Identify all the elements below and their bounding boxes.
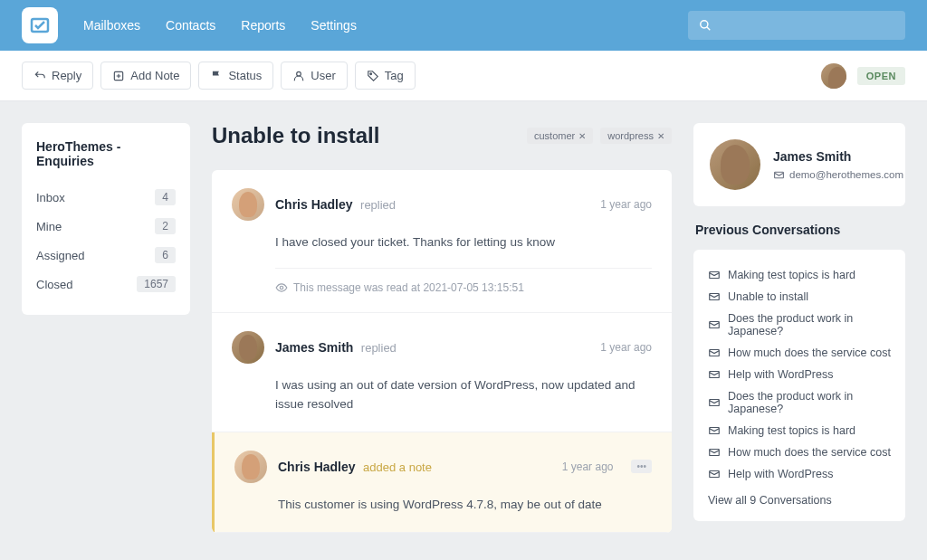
envelope-icon — [708, 346, 721, 359]
app-logo[interactable] — [22, 7, 58, 43]
count-badge: 1657 — [137, 276, 176, 292]
checkmark-envelope-icon — [29, 14, 51, 36]
message-author: Chris Hadley — [275, 197, 353, 212]
message-action: added a note — [363, 460, 432, 474]
tag-icon — [367, 70, 379, 82]
message-item: James Smith replied 1 year ago I was usi… — [212, 313, 672, 432]
user-label: User — [311, 69, 335, 82]
customer-name: James Smith — [773, 149, 903, 164]
add-note-button[interactable]: Add Note — [100, 62, 191, 90]
mailbox-card: HeroThemes - Enquiries Inbox 4 Mine 2 As… — [22, 123, 190, 315]
prev-conversation-item[interactable]: Help with WordPress — [708, 463, 891, 485]
author-avatar — [232, 331, 264, 364]
toolbar-right: OPEN — [821, 63, 905, 89]
prev-conversation-item[interactable]: Does the product work in Japanese? — [708, 385, 891, 420]
count-badge: 2 — [155, 218, 176, 234]
svg-point-3 — [297, 71, 301, 76]
sidebar-item-mine[interactable]: Mine 2 — [36, 212, 176, 241]
svg-point-4 — [370, 72, 372, 74]
message-header: James Smith replied 1 year ago — [232, 331, 652, 364]
tag-remove-icon[interactable]: ✕ — [578, 131, 586, 141]
previous-conversations-card: Making test topics is hard Unable to ins… — [693, 250, 905, 521]
sidebar-item-label: Inbox — [36, 191, 65, 204]
envelope-icon — [708, 424, 721, 437]
svg-point-1 — [701, 21, 708, 28]
user-icon — [292, 70, 305, 82]
prev-conversation-item[interactable]: Unable to install — [708, 286, 891, 308]
nav-settings[interactable]: Settings — [311, 18, 357, 33]
ticket-header: Unable to install customer ✕ wordpress ✕ — [212, 123, 672, 148]
mailbox-sidebar: HeroThemes - Enquiries Inbox 4 Mine 2 As… — [22, 123, 190, 533]
message-note-item: Chris Hadley added a note 1 year ago •••… — [212, 432, 672, 533]
view-all-conversations[interactable]: View all 9 Conversations — [708, 494, 891, 507]
reply-label: Reply — [52, 69, 81, 82]
action-toolbar: Reply Add Note Status User Tag OPEN — [0, 51, 927, 101]
read-receipt: This message was read at 2021-07-05 13:1… — [275, 268, 652, 294]
message-menu-button[interactable]: ••• — [631, 460, 652, 473]
ticket-title: Unable to install — [212, 123, 379, 148]
message-header: Chris Hadley replied 1 year ago — [232, 188, 652, 221]
message-header: Chris Hadley added a note 1 year ago ••• — [234, 451, 652, 483]
message-body: I have closed your ticket. Thanks for le… — [275, 233, 652, 252]
count-badge: 4 — [155, 189, 176, 205]
nav-mailboxes[interactable]: Mailboxes — [83, 18, 140, 33]
ticket-content: Unable to install customer ✕ wordpress ✕… — [212, 123, 672, 533]
author-avatar — [232, 188, 264, 221]
sidebar-item-label: Closed — [36, 278, 72, 291]
sidebar-item-inbox[interactable]: Inbox 4 — [36, 183, 176, 212]
svg-point-5 — [280, 287, 283, 290]
tag-wordpress[interactable]: wordpress ✕ — [600, 128, 672, 144]
main-layout: HeroThemes - Enquiries Inbox 4 Mine 2 As… — [0, 101, 927, 555]
nav-contacts[interactable]: Contacts — [166, 18, 215, 33]
author-avatar — [234, 451, 267, 483]
sidebar-item-closed[interactable]: Closed 1657 — [36, 270, 176, 299]
sidebar-item-label: Assigned — [36, 249, 84, 262]
main-nav: Mailboxes Contacts Reports Settings — [83, 18, 357, 33]
reply-icon — [33, 70, 46, 82]
message-time: 1 year ago — [600, 198, 652, 211]
customer-panel: James Smith demo@herothemes.com Previous… — [693, 123, 905, 533]
tag-button[interactable]: Tag — [355, 62, 416, 90]
search-icon — [699, 19, 712, 32]
prev-conversation-item[interactable]: Making test topics is hard — [708, 420, 891, 441]
envelope-icon — [708, 290, 721, 303]
tag-customer[interactable]: customer ✕ — [527, 128, 593, 144]
prev-conversation-item[interactable]: Does the product work in Japanese? — [708, 308, 891, 342]
message-body: This customer is using WordPress 4.7.8, … — [278, 496, 652, 514]
message-author: Chris Hadley — [278, 460, 356, 474]
nav-reports[interactable]: Reports — [241, 18, 285, 33]
user-button[interactable]: User — [281, 62, 347, 90]
prev-conversation-item[interactable]: How much does the service cost — [708, 342, 891, 364]
add-note-label: Add Note — [130, 69, 179, 82]
mailbox-title: HeroThemes - Enquiries — [36, 139, 176, 168]
message-author: James Smith — [275, 340, 353, 355]
reply-button[interactable]: Reply — [22, 62, 93, 90]
envelope-icon — [773, 169, 785, 181]
prev-conversation-item[interactable]: Help with WordPress — [708, 364, 891, 385]
sidebar-item-assigned[interactable]: Assigned 6 — [36, 241, 176, 270]
status-button[interactable]: Status — [198, 62, 273, 90]
tag-remove-icon[interactable]: ✕ — [657, 131, 664, 141]
top-header: Mailboxes Contacts Reports Settings — [0, 0, 927, 51]
count-badge: 6 — [155, 247, 176, 263]
sidebar-item-label: Mine — [36, 220, 62, 233]
message-action: replied — [361, 341, 397, 355]
envelope-icon — [708, 318, 721, 331]
status-label: Status — [228, 69, 262, 82]
envelope-icon — [708, 368, 721, 381]
customer-email[interactable]: demo@herothemes.com — [773, 169, 903, 181]
message-body: I was using an out of date version of Wo… — [275, 376, 652, 413]
message-time: 1 year ago — [562, 460, 614, 473]
customer-card: James Smith demo@herothemes.com — [693, 123, 905, 206]
message-time: 1 year ago — [600, 341, 652, 354]
note-icon — [112, 70, 125, 82]
prev-conversation-item[interactable]: How much does the service cost — [708, 441, 891, 463]
search-input[interactable] — [688, 11, 905, 40]
customer-avatar — [710, 139, 760, 190]
envelope-icon — [708, 269, 721, 281]
prev-conversation-item[interactable]: Making test topics is hard — [708, 264, 891, 286]
current-user-avatar[interactable] — [821, 63, 846, 89]
ticket-tags: customer ✕ wordpress ✕ — [527, 128, 672, 144]
previous-conversations-title: Previous Conversations — [693, 223, 905, 237]
message-thread: Chris Hadley replied 1 year ago I have c… — [212, 170, 672, 533]
